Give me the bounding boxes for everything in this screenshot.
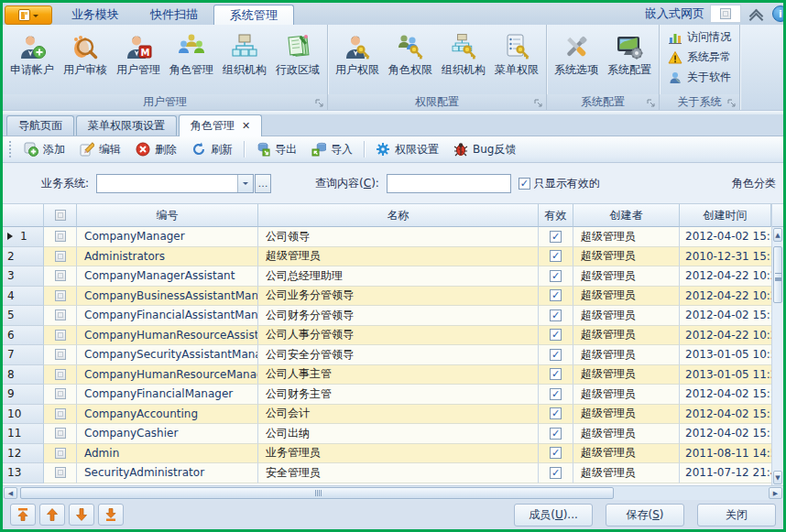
ribbon-button-系统配置[interactable]: 系统配置 bbox=[603, 27, 656, 78]
toolbar-button-权限设置[interactable]: 权限设置 bbox=[368, 138, 446, 161]
select-all-header[interactable] bbox=[44, 204, 77, 227]
ribbon-tab-2[interactable]: 系统管理 bbox=[213, 5, 294, 25]
table-row[interactable]: 2 Administrators 超级管理员 ✓ 超级管理员 2010-12-3… bbox=[3, 247, 771, 267]
table-row[interactable]: 11 CompanyCashier 公司出纳 ✓ 超级管理员 2012-04-0… bbox=[3, 424, 771, 444]
close-tab-icon[interactable]: ✕ bbox=[242, 115, 250, 136]
business-system-browse-button[interactable]: … bbox=[255, 174, 271, 193]
toolbar-button-刷新[interactable]: 刷新 bbox=[184, 138, 240, 161]
role-category-panel-caption[interactable]: 角色分类 bbox=[732, 176, 776, 191]
row-indicator-header[interactable] bbox=[3, 204, 44, 227]
valid-checkbox[interactable]: ✓ bbox=[550, 231, 562, 243]
document-tab-1[interactable]: 菜单权限项设置 bbox=[76, 115, 177, 136]
scroll-down-icon[interactable]: ▼ bbox=[773, 471, 782, 484]
ribbon-button-申请帐户[interactable]: 申请帐户 bbox=[5, 27, 59, 78]
row-select-checkbox[interactable] bbox=[55, 369, 66, 380]
column-header-creator[interactable]: 创建者 bbox=[573, 204, 680, 227]
application-menu-button[interactable] bbox=[5, 5, 52, 25]
table-row[interactable]: 9 CompanyFinancialManager 公司财务主管 ✓ 超级管理员… bbox=[3, 385, 771, 405]
toolbar-button-编辑[interactable]: 编辑 bbox=[72, 138, 128, 161]
dialog-launcher-icon[interactable] bbox=[534, 98, 543, 107]
combo-dropdown-icon[interactable] bbox=[237, 175, 253, 192]
column-header-name[interactable]: 名称 bbox=[258, 204, 539, 227]
ribbon-tab-0[interactable]: 业务模块 bbox=[56, 5, 135, 25]
table-row[interactable]: 5 CompanyFinancialAssistantManager 公司财务分… bbox=[3, 306, 771, 326]
vertical-scrollbar[interactable]: ▲ ▼ bbox=[771, 204, 783, 485]
row-select-checkbox[interactable] bbox=[55, 467, 66, 478]
ribbon-button-角色管理[interactable]: 角色管理 bbox=[165, 27, 218, 78]
row-select-checkbox[interactable] bbox=[55, 251, 66, 262]
show-valid-only-option[interactable]: ✓ 只显示有效的 bbox=[519, 176, 600, 191]
embedded-web-checkbox[interactable] bbox=[720, 8, 731, 19]
ribbon-button-用户权限[interactable]: 用户权限 bbox=[331, 27, 384, 78]
ribbon-button-用户管理[interactable]: M用户管理 bbox=[112, 27, 165, 78]
scroll-left-icon[interactable]: ◀ bbox=[4, 487, 17, 499]
valid-checkbox[interactable]: ✓ bbox=[550, 289, 562, 301]
document-tab-0[interactable]: 导航页面 bbox=[6, 115, 74, 136]
nav-last-row-button[interactable] bbox=[98, 504, 124, 526]
ribbon-button-行政区域[interactable]: 行政区域 bbox=[271, 27, 324, 78]
ribbon-button-菜单权限[interactable]: 菜单权限 bbox=[490, 27, 543, 78]
valid-checkbox[interactable]: ✓ bbox=[550, 368, 562, 380]
dialog-launcher-icon[interactable] bbox=[315, 98, 324, 107]
row-select-checkbox[interactable] bbox=[55, 270, 66, 281]
toolbar-button-删除[interactable]: 删除 bbox=[128, 138, 184, 161]
valid-checkbox[interactable]: ✓ bbox=[550, 329, 562, 341]
show-valid-only-checkbox[interactable]: ✓ bbox=[519, 178, 530, 190]
save-button[interactable]: 保存(S) bbox=[606, 504, 684, 527]
scroll-right-icon[interactable]: ▶ bbox=[769, 487, 782, 499]
horizontal-scroll-thumb[interactable] bbox=[20, 487, 614, 499]
document-tab-2[interactable]: 角色管理✕ bbox=[179, 114, 262, 136]
valid-checkbox[interactable]: ✓ bbox=[550, 428, 562, 440]
valid-checkbox[interactable]: ✓ bbox=[550, 388, 562, 400]
ribbon-button-组织机构[interactable]: 组织机构 bbox=[437, 27, 490, 78]
column-header-valid[interactable]: 有效 bbox=[539, 204, 573, 227]
valid-checkbox[interactable]: ✓ bbox=[550, 250, 562, 262]
ribbon-button-用户审核[interactable]: 用户审核 bbox=[59, 27, 112, 78]
ribbon-tab-1[interactable]: 快件扫描 bbox=[135, 5, 213, 25]
row-select-checkbox[interactable] bbox=[55, 330, 66, 341]
nav-first-row-button[interactable] bbox=[10, 504, 36, 526]
nav-next-row-button[interactable] bbox=[69, 504, 94, 526]
vertical-scroll-track[interactable] bbox=[772, 243, 783, 470]
toolbar-button-添加[interactable]: 添加 bbox=[16, 138, 72, 161]
row-select-checkbox[interactable] bbox=[55, 408, 66, 419]
toolbar-button-Bug反馈[interactable]: Bug反馈 bbox=[446, 138, 523, 161]
dialog-launcher-icon[interactable] bbox=[647, 98, 656, 107]
table-row[interactable]: 8 CompanyHumanResourceManager 公司人事主管 ✓ 超… bbox=[3, 365, 771, 385]
valid-checkbox[interactable]: ✓ bbox=[550, 407, 562, 419]
close-button[interactable]: 关闭 bbox=[697, 504, 776, 527]
ribbon-button-系统异常[interactable]: 系统异常 bbox=[665, 49, 734, 66]
valid-checkbox[interactable]: ✓ bbox=[550, 309, 562, 321]
row-select-checkbox[interactable] bbox=[55, 428, 66, 439]
ribbon-button-组织机构[interactable]: 组织机构 bbox=[218, 27, 271, 78]
table-row[interactable]: 3 CompanyManagerAssistant 公司总经理助理 ✓ 超级管理… bbox=[3, 266, 771, 287]
nav-prev-row-button[interactable] bbox=[39, 504, 65, 526]
ribbon-button-关于软件[interactable]: 关于软件 bbox=[665, 69, 734, 86]
row-select-checkbox[interactable] bbox=[55, 231, 66, 242]
help-icon[interactable]: i bbox=[772, 5, 786, 22]
vertical-scroll-thumb[interactable] bbox=[773, 246, 782, 303]
ribbon-button-角色权限[interactable]: 角色权限 bbox=[384, 27, 437, 78]
table-row[interactable]: 12 Admin 业务管理员 ✓ 超级管理员 2011-08-11 14:5 bbox=[3, 444, 771, 464]
collapse-ribbon-icon[interactable] bbox=[750, 9, 763, 18]
valid-checkbox[interactable]: ✓ bbox=[550, 467, 562, 479]
column-header-created[interactable]: 创建时间 bbox=[680, 204, 771, 227]
toolbar-button-导出[interactable]: 导出 bbox=[248, 138, 304, 161]
dialog-launcher-icon[interactable] bbox=[727, 98, 737, 107]
valid-checkbox[interactable]: ✓ bbox=[550, 349, 562, 361]
table-row[interactable]: 13 SecurityAdministrator 安全管理员 ✓ 超级管理员 2… bbox=[3, 463, 771, 483]
scroll-up-icon[interactable]: ▲ bbox=[773, 228, 782, 242]
table-row[interactable]: 4 CompanyBusinessAssistantManager 公司业务分管… bbox=[3, 287, 771, 307]
business-system-combo[interactable] bbox=[96, 174, 254, 193]
ribbon-button-系统选项[interactable]: 系统选项 bbox=[550, 27, 603, 78]
row-select-checkbox[interactable] bbox=[55, 309, 66, 320]
table-row[interactable]: 10 CompanyAccounting 公司会计 ✓ 超级管理员 2012-0… bbox=[3, 405, 771, 425]
row-select-checkbox[interactable] bbox=[55, 448, 66, 459]
valid-checkbox[interactable]: ✓ bbox=[550, 447, 562, 459]
ribbon-button-访问情况[interactable]: 访问情况 bbox=[665, 28, 734, 46]
toolbar-button-导入[interactable]: 导入 bbox=[304, 138, 360, 161]
column-header-code[interactable]: 编号 bbox=[77, 204, 258, 227]
row-select-checkbox[interactable] bbox=[55, 388, 66, 399]
query-content-input[interactable] bbox=[387, 174, 511, 193]
table-row[interactable]: 6 CompanyHumanResourceAssista... 公司人事分管领… bbox=[3, 326, 771, 346]
